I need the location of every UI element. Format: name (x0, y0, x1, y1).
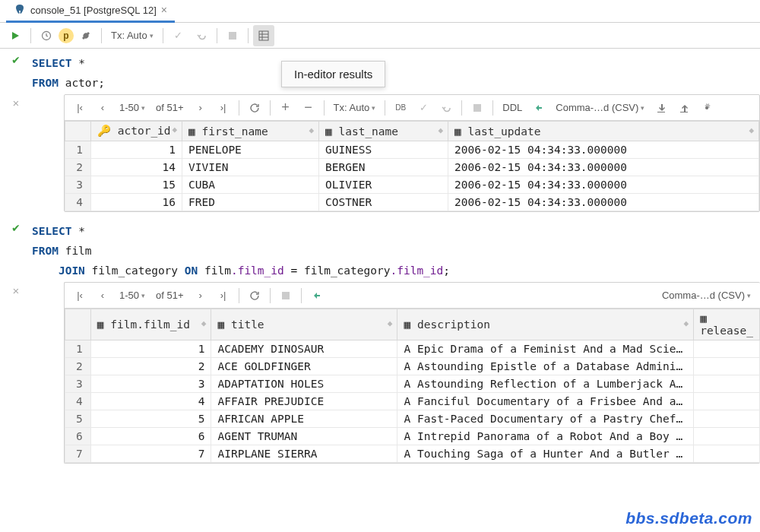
next-page-button[interactable]: › (190, 285, 211, 306)
close-result-icon[interactable]: × (13, 284, 20, 297)
postgres-icon (14, 4, 26, 16)
commit-button[interactable]: ✓ (168, 25, 189, 46)
delete-row-button[interactable]: − (298, 97, 319, 119)
table-row: 22ACE GOLDFINGERA Astounding Epistle of … (65, 358, 760, 375)
editor-tab-bar: console_51 [PostgreSQL 12] × (0, 0, 760, 23)
refresh-button[interactable] (244, 285, 265, 306)
add-row-button[interactable]: + (275, 97, 296, 119)
table-row: 44AFFAIR PREJUDICEA Fanciful Documentary… (65, 393, 760, 410)
close-icon[interactable]: × (161, 4, 167, 16)
result-toolbar: |‹ ‹ 1-50▾ of 51+ › ›| + − Tx: Auto▾ DB … (65, 95, 759, 121)
close-result-icon[interactable]: × (13, 97, 20, 109)
tx-mode-dropdown[interactable]: Tx: Auto▾ (106, 30, 158, 41)
compare-button[interactable] (528, 97, 549, 119)
editor-tab[interactable]: console_51 [PostgreSQL 12] × (6, 0, 175, 23)
upload-button[interactable] (673, 97, 695, 119)
svg-rect-1 (229, 32, 236, 40)
rollback-button[interactable] (435, 97, 457, 119)
refresh-button[interactable] (244, 97, 265, 119)
stop-button[interactable] (275, 285, 296, 306)
table-row: 214VIVIENBERGEN2006-02-15 04:34:33.00000… (65, 159, 759, 176)
page-total: of 51+ (151, 290, 188, 301)
sql-editor[interactable]: SELECT * FROM film JOIN film_category ON… (32, 220, 760, 282)
tab-title: console_51 [PostgreSQL 12] (30, 5, 157, 16)
ddl-button[interactable]: DDL (498, 102, 527, 113)
last-page-button[interactable]: ›| (213, 285, 234, 306)
export-format-dropdown[interactable]: Comma-…d (CSV)▾ (657, 290, 755, 301)
table-row: 416FREDCOSTNER2006-02-15 04:34:33.000000 (65, 194, 759, 211)
result-panel-2: |‹ ‹ 1-50▾ of 51+ › ›| Comma-…d (CSV)▾ (64, 282, 760, 464)
svg-rect-8 (282, 292, 290, 299)
tooltip: In-editor results (281, 61, 385, 87)
table-row: 77AIRPLANE SIERRAA Touching Saga of a Hu… (65, 445, 760, 463)
column-icon: ▦ (188, 125, 195, 138)
result-panel-1: |‹ ‹ 1-50▾ of 51+ › ›| + − Tx: Auto▾ DB … (64, 94, 760, 212)
column-icon: ▦ (404, 318, 410, 331)
status-check-icon: ✔ (11, 54, 21, 66)
stop-button[interactable] (467, 97, 488, 119)
column-icon: ▦ (325, 125, 332, 138)
first-page-button[interactable]: |‹ (69, 285, 90, 306)
column-icon: ▦ (700, 312, 707, 325)
compare-button[interactable] (306, 285, 328, 306)
result-toolbar: |‹ ‹ 1-50▾ of 51+ › ›| Comma-…d (CSV)▾ (65, 283, 760, 309)
table-row: 315CUBAOLIVIER2006-02-15 04:34:33.000000 (65, 176, 759, 194)
main-toolbar: p Tx: Auto▾ ✓ (0, 23, 760, 49)
table-row: 33ADAPTATION HOLESA Astounding Reflectio… (65, 375, 760, 393)
gear-icon[interactable] (696, 97, 717, 119)
page-range[interactable]: 1-50▾ (115, 290, 150, 301)
settings-button[interactable] (75, 25, 97, 46)
result-table-1[interactable]: 🔑 actor_id◆ ▦ first_name◆ ▦ last_name◆ ▦… (65, 121, 759, 211)
page-total: of 51+ (151, 102, 188, 113)
page-range[interactable]: 1-50▾ (115, 102, 150, 113)
commit-button[interactable]: ✓ (413, 97, 434, 119)
last-page-button[interactable]: ›| (213, 97, 234, 119)
playground-button[interactable]: p (59, 28, 74, 43)
rollback-button[interactable] (191, 25, 212, 46)
svg-rect-2 (259, 31, 268, 40)
column-icon: ▦ (454, 125, 461, 138)
prev-page-button[interactable]: ‹ (92, 97, 113, 119)
in-editor-results-button[interactable] (253, 25, 274, 46)
export-format-dropdown[interactable]: Comma-…d (CSV)▾ (551, 102, 649, 113)
table-row: 11ACADEMY DINOSAURA Epic Drama of a Femi… (65, 340, 760, 358)
column-icon: ▦ (97, 318, 104, 331)
column-icon: ▦ (217, 318, 224, 331)
history-button[interactable] (36, 25, 57, 46)
watermark: bbs.sdbeta.com (625, 509, 752, 527)
sql-editor[interactable]: SELECT * FROM actor; (32, 52, 760, 94)
key-column-icon: 🔑 (97, 125, 111, 137)
run-button[interactable] (5, 25, 26, 46)
stop-button[interactable] (222, 25, 243, 46)
tx-mode-dropdown[interactable]: Tx: Auto▾ (329, 102, 381, 113)
svg-rect-6 (473, 104, 481, 112)
download-button[interactable] (651, 97, 672, 119)
table-row: 55AFRICAN APPLEA Fast-Paced Documentary … (65, 410, 760, 428)
table-row: 11PENELOPEGUINESS2006-02-15 04:34:33.000… (65, 141, 759, 159)
db-button[interactable]: DB (390, 97, 411, 119)
table-row: 66AGENT TRUMANA Intrepid Panorama of a R… (65, 428, 760, 445)
first-page-button[interactable]: |‹ (69, 97, 90, 119)
result-table-2[interactable]: ▦ film.film_id◆ ▦ title◆ ▦ description◆ … (65, 309, 760, 463)
status-check-icon: ✔ (11, 222, 21, 234)
prev-page-button[interactable]: ‹ (92, 285, 113, 306)
next-page-button[interactable]: › (190, 97, 211, 119)
